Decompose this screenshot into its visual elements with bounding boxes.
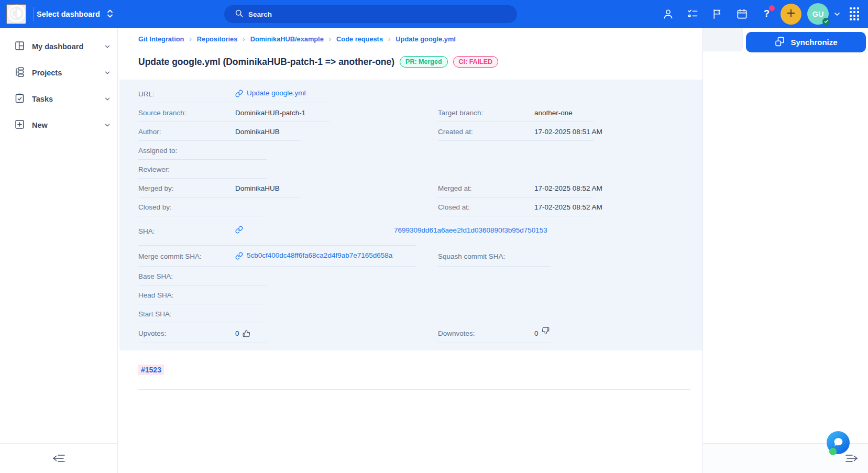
sidebar-footer	[0, 443, 117, 473]
issue-line: #1523	[118, 350, 702, 375]
topbar-actions: ? GU	[656, 0, 859, 28]
breadcrumb-repositories[interactable]: Repositories	[197, 35, 238, 43]
detail-row-assigned: Assigned to:	[119, 141, 702, 160]
flag-icon[interactable]	[705, 0, 730, 28]
field-label: Reviewer:	[138, 166, 235, 173]
synchronize-label: Synchronize	[790, 38, 837, 47]
tasks-icon	[14, 93, 25, 106]
field-label: Base SHA:	[138, 272, 235, 280]
detail-row-author-created: Author: DominikaHUB Created at: 17-02-20…	[119, 122, 702, 141]
sha-link[interactable]: 7699309dd61a6aee2fd1d0360890f3b95d750153	[235, 225, 549, 237]
url-link[interactable]: Update google.yml	[235, 89, 306, 99]
sidebar-item-new[interactable]: New	[0, 112, 117, 138]
field-value: DominikaHUB-patch-1	[235, 109, 305, 117]
online-status-dot	[829, 448, 837, 455]
breadcrumb-separator: ›	[189, 35, 191, 43]
field-label: Merged by:	[138, 184, 235, 192]
detail-row-merge-commit: Merge commit SHA: 5cb0cf400dc48ff6fa68ca…	[119, 246, 702, 267]
chevron-down-icon	[104, 69, 111, 76]
field-label: Merge commit SHA:	[138, 252, 235, 260]
breadcrumb: Git Integration › Repositories › Dominik…	[118, 28, 702, 43]
app-window: Select dashboard Search	[0, 0, 868, 473]
chevron-down-icon	[104, 95, 111, 103]
chevron-down-icon	[104, 43, 111, 50]
sidebar-item-tasks[interactable]: Tasks	[0, 86, 117, 112]
details-panel: URL: Update google.yml Source branch: Do…	[119, 80, 702, 350]
profile-icon[interactable]	[656, 0, 680, 28]
pr-status-badge: PR: Merged	[400, 56, 447, 68]
collapse-sidebar-icon[interactable]	[52, 452, 66, 465]
sidebar-item-my-dashboard[interactable]: My dashboard	[0, 34, 117, 60]
field-label: Closed at:	[438, 203, 534, 211]
field-label: Start SHA:	[138, 310, 235, 318]
expand-panel-icon[interactable]	[844, 452, 859, 465]
sidebar-item-label: My dashboard	[32, 42, 83, 51]
app-logo[interactable]	[6, 4, 26, 24]
sha-link-text: 7699309dd61a6aee2fd1d0360890f3b95d750153	[394, 225, 549, 236]
field-label: Downvotes:	[438, 329, 534, 337]
sidebar-item-projects[interactable]: Projects	[0, 60, 117, 86]
help-glyph: ?	[764, 8, 770, 19]
sidebar-item-label: New	[32, 121, 48, 129]
status-check-badge	[822, 18, 830, 25]
detail-row-votes: Upvotes: 0 Downvotes: 0	[119, 323, 702, 343]
detail-row-branches: Source branch: DominikaHUB-patch-1 Targe…	[119, 103, 702, 122]
field-value: 17-02-2025 08:51 AM	[534, 128, 602, 136]
field-value: another-one	[534, 109, 573, 117]
breadcrumb-current-page[interactable]: Update google.yml	[395, 35, 455, 43]
dashboard-selector[interactable]: Select dashboard	[37, 6, 115, 22]
detail-row-sha: SHA: 7699309dd61a6aee2fd1d0360890f3b95d7…	[119, 216, 702, 246]
projects-icon	[14, 67, 25, 80]
detail-row-closed: Closed by: Closed at: 17-02-2025 08:52 A…	[119, 197, 702, 216]
detail-row-start-sha: Start SHA:	[119, 304, 702, 323]
breadcrumb-separator: ›	[329, 35, 331, 43]
calendar-icon[interactable]	[730, 0, 754, 28]
url-link-text: Update google.yml	[247, 89, 306, 97]
add-button[interactable]	[781, 4, 801, 25]
search-placeholder: Search	[248, 10, 272, 18]
synchronize-button[interactable]: Synchronize	[746, 32, 866, 52]
page-title: Update google.yml (DominikaHUB-patch-1 =…	[138, 57, 394, 68]
detail-row-head-sha: Head SHA:	[119, 285, 702, 304]
field-label: Upvotes:	[138, 329, 235, 337]
logo-icon	[7, 4, 26, 25]
merge-commit-sha-text: 5cb0cf400dc48ff6fa68ca2d4f9ab7e7165d658a	[247, 251, 392, 259]
sidebar-nav: My dashboard Projects	[0, 28, 117, 138]
dashboard-selector-label: Select dashboard	[37, 10, 100, 18]
content-divider	[138, 389, 690, 390]
field-label: SHA:	[138, 227, 235, 235]
sidebar-item-label: Tasks	[32, 95, 53, 103]
link-icon	[235, 225, 390, 237]
right-panel: Synchronize	[702, 28, 868, 473]
help-icon[interactable]: ?	[754, 0, 779, 28]
new-plus-icon	[14, 119, 25, 132]
user-avatar[interactable]: GU	[807, 3, 829, 25]
link-icon	[235, 251, 243, 261]
breadcrumb-repo[interactable]: DominikaHUB/example	[250, 35, 324, 43]
ci-status-badge: CI: FAILED	[453, 56, 499, 68]
search-input[interactable]: Search	[224, 5, 517, 23]
apps-grid-icon[interactable]	[850, 7, 859, 20]
issue-number-link[interactable]: #1523	[138, 365, 164, 375]
account-chevron-down-icon[interactable]	[833, 10, 841, 18]
sidebar: My dashboard Projects	[0, 28, 118, 473]
field-label: Head SHA:	[138, 291, 235, 299]
downvotes-count: 0	[534, 329, 539, 337]
link-icon	[235, 89, 243, 99]
breadcrumb-git-integration[interactable]: Git Integration	[138, 35, 184, 43]
field-label: Assigned to:	[138, 147, 235, 155]
merge-commit-sha-link[interactable]: 5cb0cf400dc48ff6fa68ca2d4f9ab7e7165d658a	[235, 251, 392, 261]
field-underline	[438, 343, 551, 343]
detail-row-reviewer: Reviewer:	[119, 160, 702, 179]
field-value: DominikaHUB	[235, 184, 280, 192]
thumbs-down-icon	[542, 327, 550, 335]
breadcrumb-separator: ›	[243, 35, 245, 43]
panel-notch	[703, 28, 743, 51]
checklist-icon[interactable]	[680, 0, 705, 28]
search-icon	[235, 9, 244, 20]
sync-icon	[774, 36, 785, 49]
thumbs-up-icon	[243, 329, 250, 337]
field-label: Author:	[138, 128, 235, 136]
breadcrumb-code-requests[interactable]: Code requests	[336, 35, 383, 43]
plus-icon	[786, 8, 796, 20]
